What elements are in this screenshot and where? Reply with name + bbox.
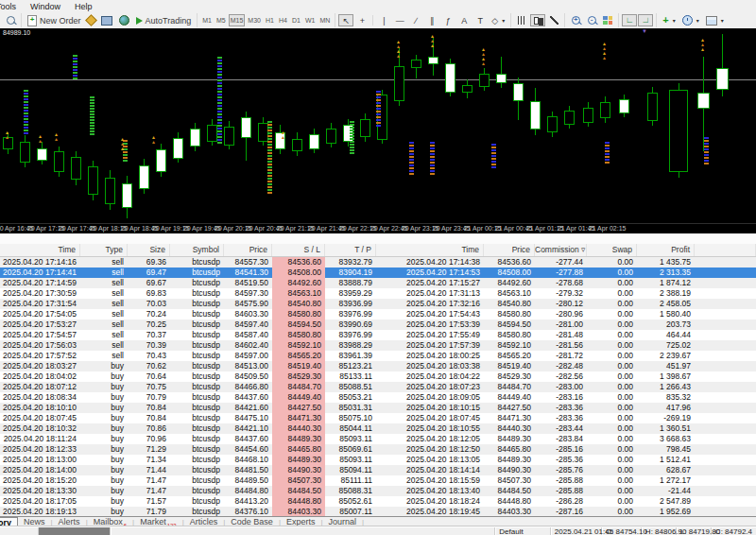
trade-marker-dash — [267, 124, 272, 126]
timeframe-button-d1[interactable]: D1 — [290, 14, 302, 26]
table-row[interactable]: 2025.04.20 18:10:32buy70.86btcusdp84421.… — [0, 423, 756, 434]
table-row[interactable]: 2025.04.20 18:13:30buy71.47btcusdp84484.… — [0, 486, 756, 496]
cell-type: buy — [80, 392, 128, 403]
toolbar-group-chart — [0, 13, 22, 27]
table-row[interactable]: 2025.04.20 17:14:59sell69.67btcusdp84519… — [0, 278, 756, 288]
cell-commission: -283.36 — [535, 413, 587, 423]
auto-scroll-button[interactable]: ∟ — [622, 14, 637, 26]
clock-icon — [682, 15, 693, 26]
cursor-button[interactable]: ↖ — [338, 14, 353, 26]
table-row[interactable]: 2025.04.20 18:04:02buy70.64btcusdp84509.… — [0, 371, 756, 382]
trendline-button[interactable]: ∕ — [408, 14, 423, 26]
table-row[interactable]: 2025.04.20 18:07:45buy70.84btcusdp84475.… — [0, 413, 756, 423]
metaeditor-button[interactable] — [98, 14, 115, 26]
autotrading-button[interactable]: AutoTrading — [133, 14, 195, 26]
table-row[interactable]: 2025.04.20 17:54:05sell70.24btcusdp84603… — [0, 309, 756, 319]
crosshair-button[interactable]: + — [354, 14, 369, 26]
horizontal-line-button[interactable]: — — [392, 14, 407, 26]
column-header-symbol[interactable]: Symbol — [170, 244, 224, 256]
status-profile[interactable]: Default — [495, 527, 551, 535]
menu-bar: ToolsWindowHelp — [0, 0, 756, 12]
text-button[interactable]: A — [456, 14, 472, 26]
cell-swap: 0.00 — [587, 330, 637, 340]
cell-swap: 0.00 — [587, 486, 637, 496]
column-header-tp[interactable]: T / P — [325, 244, 376, 256]
trade-marker-dash — [409, 156, 414, 158]
column-header-time2[interactable]: Time — [376, 244, 484, 256]
trade-marker-dash — [73, 66, 77, 68]
column-header-price[interactable]: Price — [224, 244, 272, 256]
tile-windows-button[interactable] — [600, 14, 615, 26]
table-row[interactable]: 2025.04.20 18:14:00buy71.44btcusdp84481.… — [0, 465, 756, 475]
status-close: C: 84792.4 — [712, 527, 756, 535]
table-row[interactable]: 2025.04.20 17:56:03sell70.39btcusdp84602… — [0, 340, 756, 351]
candlestick-chart-button[interactable] — [530, 14, 545, 26]
menu-item-tools[interactable]: Tools — [0, 2, 16, 11]
zoom-in-button[interactable]: + — [568, 14, 583, 26]
table-row[interactable]: 2025.04.20 18:17:05buy71.57btcusdp84413.… — [0, 496, 756, 507]
column-header-size[interactable]: Size — [128, 244, 170, 256]
channel-icon: ∥ — [430, 16, 435, 26]
timeframe-button-m1[interactable]: M1 — [200, 14, 214, 26]
expert-advisor-icon[interactable] — [85, 14, 97, 26]
timeframe-button-m15[interactable]: M15 — [229, 14, 246, 26]
shapes-dropdown-button[interactable]: ◇▾ — [489, 14, 507, 26]
table-row[interactable]: 2025.04.20 18:03:27buy70.62btcusdp84513.… — [0, 361, 756, 371]
column-header-profit[interactable]: Profit — [637, 244, 695, 256]
community-button[interactable] — [116, 14, 132, 26]
bar-chart-button[interactable] — [514, 14, 529, 26]
templates-dropdown-button[interactable]: ▾ — [703, 14, 727, 26]
table-row[interactable]: 2025.04.20 17:30:59sell69.83btcusdp84597… — [0, 288, 756, 299]
menu-item-help[interactable]: Help — [75, 2, 93, 11]
table-row[interactable]: 2025.04.20 17:53:27sell70.25btcusdp84597… — [0, 319, 756, 330]
table-row[interactable]: 2025.04.20 17:57:52sell70.43btcusdp84597… — [0, 351, 756, 361]
chart-shift-button[interactable]: ∟ — [638, 14, 653, 26]
indicators-dropdown-button[interactable]: +▾ — [660, 14, 678, 26]
timeframe-button-mn[interactable]: MN — [318, 14, 332, 26]
cell-time: 2025.04.20 18:04:02 — [0, 371, 80, 382]
timeframe-button-h1[interactable]: H1 — [264, 14, 276, 26]
chart-area[interactable]: 84989.10 ▲▲▲▲▲▲▲▲▲▲▲▲▲▲▲▲▲▲▲▲▲▲▲▲▲▲▲▲▲▲▲… — [0, 28, 756, 223]
current-price-line — [0, 79, 756, 80]
column-header-type[interactable]: Type — [80, 244, 128, 256]
table-row[interactable]: 2025.04.20 17:31:54sell70.03btcusdp84575… — [0, 299, 756, 309]
chart-search-button[interactable] — [3, 14, 18, 26]
line-chart-button[interactable] — [546, 14, 561, 26]
fibonacci-button[interactable]: ƒ — [440, 14, 455, 26]
timeframe-button-w1[interactable]: W1 — [303, 14, 318, 26]
tile-windows-icon — [603, 16, 612, 25]
vertical-line-button[interactable]: | — [376, 14, 391, 26]
column-header-commission[interactable]: Commission ▿ — [535, 244, 587, 256]
cell-profit: 417.96 — [637, 403, 695, 413]
channel-button[interactable]: ∥ — [424, 14, 439, 26]
table-row[interactable]: 2025.04.20 17:54:57sell70.37btcusdp84587… — [0, 330, 756, 340]
new-order-button[interactable]: + New Order — [25, 14, 84, 26]
cell-time2: 2025.04.20 18:04:22 — [376, 371, 484, 382]
table-row[interactable]: 2025.04.20 18:15:20buy71.47btcusdp84489.… — [0, 475, 756, 486]
timeframe-button-m30[interactable]: M30 — [246, 14, 263, 26]
column-header-time[interactable]: Time — [0, 244, 80, 256]
table-row[interactable]: 2025.04.20 17:14:16sell69.36btcusdp84557… — [0, 257, 756, 268]
label-button[interactable]: T — [472, 14, 488, 26]
table-row[interactable]: 2025.04.20 17:14:41sell69.47btcusdp84541… — [0, 268, 756, 278]
column-header-sl[interactable]: S / L — [272, 244, 325, 256]
table-row[interactable]: 2025.04.20 18:12:33buy71.29btcusdp84454.… — [0, 444, 756, 455]
candle-body — [600, 102, 610, 118]
cell-tp: 85088.51 — [325, 382, 376, 392]
column-header-price2[interactable]: Price — [484, 244, 535, 256]
table-row[interactable]: 2025.04.20 18:13:00buy71.34btcusdp84468.… — [0, 455, 756, 465]
table-row[interactable]: 2025.04.20 18:10:10buy70.84btcusdp84421.… — [0, 403, 756, 413]
column-header-swap[interactable]: Swap — [587, 244, 637, 256]
table-row[interactable]: 2025.04.20 18:07:12buy70.75btcusdp84466.… — [0, 382, 756, 392]
timeframe-button-m5[interactable]: M5 — [215, 14, 228, 26]
zoom-out-button[interactable]: - — [584, 14, 599, 26]
trade-marker-dash — [409, 150, 414, 152]
history-table-header: TimeTypeSizeSymbolPriceS / LT / PTimePri… — [0, 244, 756, 257]
table-row[interactable]: 2025.04.20 18:11:24buy70.96btcusdp84437.… — [0, 434, 756, 444]
timeframe-button-h4[interactable]: H4 — [277, 14, 289, 26]
table-row[interactable]: 2025.04.20 18:19:13buy71.79btcusdp84376.… — [0, 507, 756, 516]
table-row[interactable]: 2025.04.20 18:08:34buy70.79btcusdp84437.… — [0, 392, 756, 403]
periods-dropdown-button[interactable]: ▾ — [679, 14, 702, 26]
toolbar-separator — [372, 15, 373, 26]
menu-item-window[interactable]: Window — [30, 2, 60, 11]
